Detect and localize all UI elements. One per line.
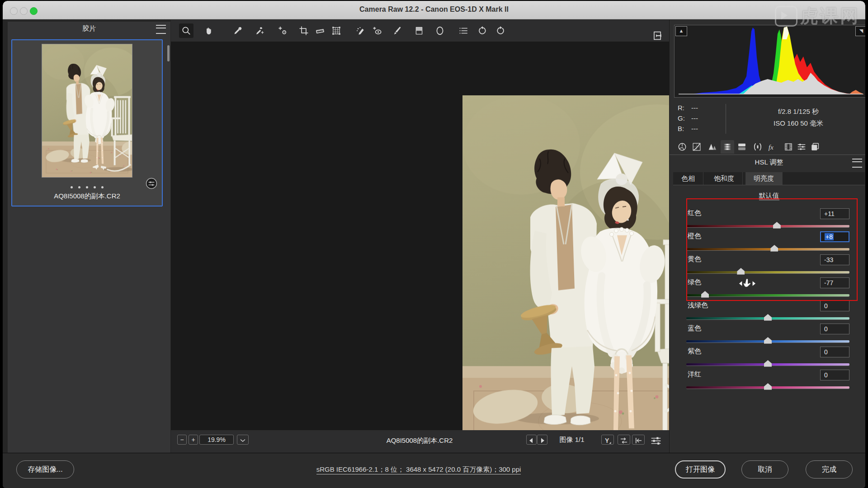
effects-tab-icon[interactable]: fx [765, 140, 779, 154]
slider-track[interactable] [686, 271, 849, 273]
slider-thumb[interactable] [770, 245, 778, 252]
slider-thumb[interactable] [764, 337, 772, 344]
filmstrip-item-selected[interactable]: AQ8I5008的副本.CR2 [11, 39, 163, 206]
split-toning-tab-icon[interactable] [735, 140, 749, 154]
highlight-clipping-icon[interactable]: ◥ [855, 26, 865, 36]
lens-corrections-tab-icon[interactable] [751, 140, 764, 154]
rating-dot[interactable] [71, 186, 73, 188]
slider-thumb[interactable] [764, 360, 772, 367]
save-image-button[interactable]: 存储图像... [16, 460, 74, 479]
filmstrip-header: 胶片 [8, 22, 170, 35]
swap-settings-button[interactable] [618, 435, 630, 445]
slider-thumb[interactable] [764, 383, 772, 390]
zoom-in-button[interactable]: + [189, 435, 198, 445]
panel-title: HSL 调整 [670, 158, 865, 167]
slider-value-field[interactable]: 0 [820, 370, 849, 380]
slider-track[interactable] [686, 248, 849, 250]
slider-label: 橙色 [688, 232, 701, 240]
next-image-button[interactable] [537, 435, 547, 445]
rotate-left-icon[interactable] [475, 23, 490, 38]
toggle-panels-icon[interactable] [652, 30, 664, 42]
basic-tab-icon[interactable] [675, 140, 689, 154]
slider-value-field[interactable]: +11 [820, 208, 849, 219]
done-button[interactable]: 完成 [806, 460, 853, 479]
filmstrip-scrollbar[interactable] [167, 45, 170, 61]
filmstrip-panel: 胶片 [8, 22, 170, 453]
hsl-tab-3[interactable]: 明亮度 [745, 172, 783, 185]
slider-value-field[interactable]: 0 [820, 324, 849, 334]
exif-iso-focal: ISO 160 50 毫米 [733, 117, 864, 129]
slider-value-field[interactable]: -77 [820, 277, 849, 288]
hsl-tab-1[interactable]: 色相 [673, 172, 703, 185]
targeted-adjustment-tool-icon[interactable] [276, 23, 290, 38]
tone-curve-tab-icon[interactable] [690, 140, 703, 154]
slider-value-field[interactable]: 0 [820, 300, 849, 311]
preview-mode-button[interactable]: Y [601, 435, 614, 445]
white-balance-tool-icon[interactable] [231, 23, 245, 38]
hsl-tab-icon[interactable] [721, 140, 734, 154]
slider-thumb[interactable] [701, 291, 709, 298]
slider-value-text: 0 [824, 302, 828, 310]
rating-dot[interactable] [86, 186, 88, 188]
adjustment-brush-tool-icon[interactable] [391, 23, 405, 38]
hsl-slider-row: 洋红0 [670, 367, 865, 390]
preferences-button-icon[interactable] [456, 23, 471, 38]
rating-dots[interactable] [12, 182, 162, 190]
slider-value-text: -33 [824, 256, 833, 263]
radial-filter-tool-icon[interactable] [433, 23, 447, 38]
filmstrip-thumbnail[interactable] [42, 44, 132, 177]
hsl-slider-row: 橙色+8 [670, 229, 865, 252]
transform-tool-icon[interactable] [329, 23, 344, 38]
open-image-button[interactable]: 打开图像 [675, 460, 726, 479]
slider-thumb[interactable] [737, 268, 745, 275]
slider-value-text: +8 [825, 233, 834, 240]
slider-thumb[interactable] [764, 314, 772, 321]
filmstrip-menu-icon[interactable] [156, 25, 166, 34]
snapshots-tab-icon[interactable] [808, 140, 822, 154]
panel-menu-icon[interactable] [852, 159, 862, 168]
slider-value-field[interactable]: -33 [820, 254, 849, 265]
footer-bar: 存储图像... sRGB IEC61966-2.1；8 位； 3648 x 54… [3, 453, 865, 488]
copy-settings-button[interactable] [632, 435, 645, 445]
red-eye-tool-icon[interactable] [370, 23, 385, 38]
rating-dot[interactable] [78, 186, 80, 188]
previous-image-button[interactable] [526, 435, 537, 445]
shadow-clipping-icon[interactable]: ▲ [675, 26, 687, 36]
cancel-button[interactable]: 取消 [741, 460, 788, 479]
zoom-out-button[interactable]: − [177, 435, 187, 445]
toolbar [171, 20, 669, 42]
hand-tool-icon[interactable] [202, 23, 216, 38]
spot-removal-tool-icon[interactable] [353, 23, 368, 38]
crop-tool-icon[interactable] [297, 23, 311, 38]
rotate-right-icon[interactable] [493, 23, 508, 38]
zoom-level-dropdown-icon[interactable] [237, 435, 249, 445]
graduated-filter-tool-icon[interactable] [412, 23, 426, 38]
slider-value-field[interactable]: +8 [820, 231, 849, 242]
slider-label: 红色 [688, 209, 701, 217]
straighten-tool-icon[interactable] [313, 23, 327, 38]
slider-track[interactable] [686, 294, 849, 296]
preview-preferences-icon[interactable] [649, 435, 663, 446]
exif-info: f/2.8 1/125 秒 ISO 160 50 毫米 [733, 106, 864, 129]
hsl-tab-2[interactable]: 饱和度 [706, 172, 743, 185]
rating-dot[interactable] [101, 186, 104, 188]
slider-value-text: 0 [824, 348, 828, 356]
adjustments-panel: ▲ ◥ R:---G:---B:--- f/2.8 1/125 秒 ISO 16… [669, 20, 865, 453]
detail-tab-icon[interactable] [706, 140, 719, 154]
hsl-slider-row: 浅绿色0 [670, 298, 865, 321]
workflow-options-link[interactable]: sRGB IEC61966-2.1；8 位； 3648 x 5472 (20.0… [247, 465, 590, 474]
rating-dot[interactable] [94, 186, 96, 188]
channel-value: --- [691, 125, 698, 132]
slider-value-field[interactable]: 0 [820, 347, 849, 357]
slider-value-text: -77 [824, 279, 833, 286]
camera-calibration-tab-icon[interactable] [782, 140, 795, 154]
color-sampler-tool-icon[interactable] [253, 23, 267, 38]
zoom-tool-icon[interactable] [179, 23, 193, 38]
presets-tab-icon[interactable] [795, 140, 808, 154]
histogram: ▲ ◥ [674, 25, 865, 98]
slider-thumb[interactable] [773, 222, 781, 229]
window-title: Camera Raw 12.2 - Canon EOS-1D X Mark II [3, 5, 865, 14]
slider-track[interactable] [686, 225, 849, 227]
default-values-link[interactable]: 默认值 [670, 192, 865, 200]
zoom-level-value[interactable]: 19.9% [199, 435, 234, 445]
